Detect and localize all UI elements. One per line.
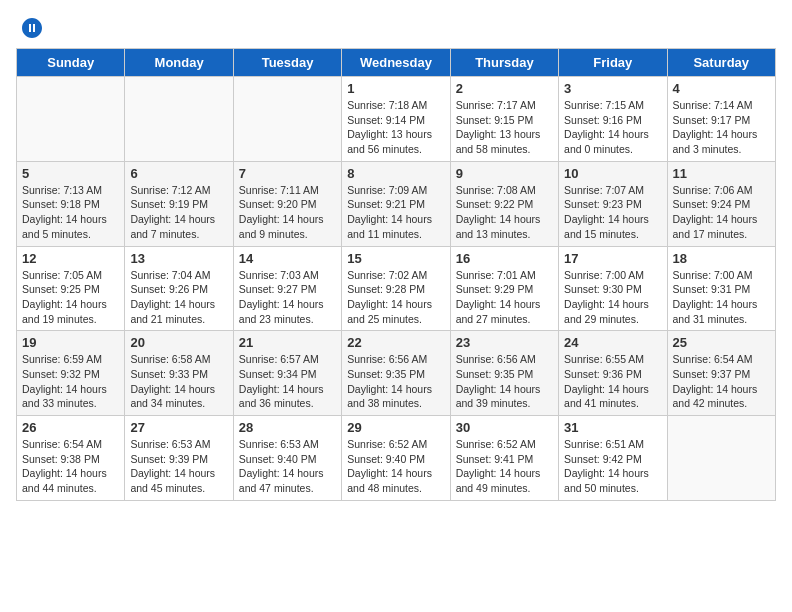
day-info: Sunrise: 7:08 AMSunset: 9:22 PMDaylight:… <box>456 183 553 242</box>
calendar-cell: 21Sunrise: 6:57 AMSunset: 9:34 PMDayligh… <box>233 331 341 416</box>
calendar-cell: 20Sunrise: 6:58 AMSunset: 9:33 PMDayligh… <box>125 331 233 416</box>
day-number: 8 <box>347 166 444 181</box>
day-number: 2 <box>456 81 553 96</box>
calendar-week-row: 5Sunrise: 7:13 AMSunset: 9:18 PMDaylight… <box>17 161 776 246</box>
logo-icon <box>20 16 44 40</box>
day-info: Sunrise: 7:15 AMSunset: 9:16 PMDaylight:… <box>564 98 661 157</box>
day-info: Sunrise: 6:52 AMSunset: 9:41 PMDaylight:… <box>456 437 553 496</box>
calendar-cell: 10Sunrise: 7:07 AMSunset: 9:23 PMDayligh… <box>559 161 667 246</box>
day-info: Sunrise: 6:56 AMSunset: 9:35 PMDaylight:… <box>347 352 444 411</box>
day-info: Sunrise: 7:18 AMSunset: 9:14 PMDaylight:… <box>347 98 444 157</box>
day-info: Sunrise: 6:58 AMSunset: 9:33 PMDaylight:… <box>130 352 227 411</box>
day-header: Saturday <box>667 49 775 77</box>
calendar-cell: 18Sunrise: 7:00 AMSunset: 9:31 PMDayligh… <box>667 246 775 331</box>
day-info: Sunrise: 6:59 AMSunset: 9:32 PMDaylight:… <box>22 352 119 411</box>
day-header: Thursday <box>450 49 558 77</box>
day-info: Sunrise: 7:14 AMSunset: 9:17 PMDaylight:… <box>673 98 770 157</box>
day-info: Sunrise: 6:56 AMSunset: 9:35 PMDaylight:… <box>456 352 553 411</box>
day-number: 20 <box>130 335 227 350</box>
calendar-week-row: 19Sunrise: 6:59 AMSunset: 9:32 PMDayligh… <box>17 331 776 416</box>
calendar-cell: 2Sunrise: 7:17 AMSunset: 9:15 PMDaylight… <box>450 77 558 162</box>
day-number: 21 <box>239 335 336 350</box>
calendar-cell: 25Sunrise: 6:54 AMSunset: 9:37 PMDayligh… <box>667 331 775 416</box>
day-info: Sunrise: 6:57 AMSunset: 9:34 PMDaylight:… <box>239 352 336 411</box>
day-number: 26 <box>22 420 119 435</box>
calendar-cell: 19Sunrise: 6:59 AMSunset: 9:32 PMDayligh… <box>17 331 125 416</box>
calendar-cell: 1Sunrise: 7:18 AMSunset: 9:14 PMDaylight… <box>342 77 450 162</box>
day-info: Sunrise: 7:04 AMSunset: 9:26 PMDaylight:… <box>130 268 227 327</box>
calendar-cell: 7Sunrise: 7:11 AMSunset: 9:20 PMDaylight… <box>233 161 341 246</box>
calendar-cell: 24Sunrise: 6:55 AMSunset: 9:36 PMDayligh… <box>559 331 667 416</box>
calendar-header-row: SundayMondayTuesdayWednesdayThursdayFrid… <box>17 49 776 77</box>
calendar-cell: 8Sunrise: 7:09 AMSunset: 9:21 PMDaylight… <box>342 161 450 246</box>
day-number: 17 <box>564 251 661 266</box>
day-number: 24 <box>564 335 661 350</box>
day-number: 22 <box>347 335 444 350</box>
calendar-cell: 17Sunrise: 7:00 AMSunset: 9:30 PMDayligh… <box>559 246 667 331</box>
day-header: Sunday <box>17 49 125 77</box>
day-info: Sunrise: 7:07 AMSunset: 9:23 PMDaylight:… <box>564 183 661 242</box>
header <box>16 16 776 40</box>
logo <box>16 16 44 40</box>
day-number: 11 <box>673 166 770 181</box>
calendar-week-row: 1Sunrise: 7:18 AMSunset: 9:14 PMDaylight… <box>17 77 776 162</box>
day-number: 6 <box>130 166 227 181</box>
day-number: 10 <box>564 166 661 181</box>
day-number: 28 <box>239 420 336 435</box>
day-header: Wednesday <box>342 49 450 77</box>
day-info: Sunrise: 7:03 AMSunset: 9:27 PMDaylight:… <box>239 268 336 327</box>
calendar-cell: 26Sunrise: 6:54 AMSunset: 9:38 PMDayligh… <box>17 416 125 501</box>
calendar-cell: 23Sunrise: 6:56 AMSunset: 9:35 PMDayligh… <box>450 331 558 416</box>
calendar-cell: 6Sunrise: 7:12 AMSunset: 9:19 PMDaylight… <box>125 161 233 246</box>
day-info: Sunrise: 6:54 AMSunset: 9:37 PMDaylight:… <box>673 352 770 411</box>
day-number: 31 <box>564 420 661 435</box>
day-info: Sunrise: 7:01 AMSunset: 9:29 PMDaylight:… <box>456 268 553 327</box>
day-number: 5 <box>22 166 119 181</box>
day-number: 3 <box>564 81 661 96</box>
day-info: Sunrise: 7:17 AMSunset: 9:15 PMDaylight:… <box>456 98 553 157</box>
calendar-cell: 4Sunrise: 7:14 AMSunset: 9:17 PMDaylight… <box>667 77 775 162</box>
day-info: Sunrise: 7:00 AMSunset: 9:31 PMDaylight:… <box>673 268 770 327</box>
calendar-cell: 12Sunrise: 7:05 AMSunset: 9:25 PMDayligh… <box>17 246 125 331</box>
day-header: Friday <box>559 49 667 77</box>
calendar: SundayMondayTuesdayWednesdayThursdayFrid… <box>16 48 776 501</box>
calendar-cell: 16Sunrise: 7:01 AMSunset: 9:29 PMDayligh… <box>450 246 558 331</box>
calendar-week-row: 26Sunrise: 6:54 AMSunset: 9:38 PMDayligh… <box>17 416 776 501</box>
day-number: 14 <box>239 251 336 266</box>
calendar-cell <box>667 416 775 501</box>
day-info: Sunrise: 6:53 AMSunset: 9:39 PMDaylight:… <box>130 437 227 496</box>
calendar-cell <box>17 77 125 162</box>
day-number: 18 <box>673 251 770 266</box>
calendar-cell: 30Sunrise: 6:52 AMSunset: 9:41 PMDayligh… <box>450 416 558 501</box>
calendar-cell <box>233 77 341 162</box>
calendar-cell: 31Sunrise: 6:51 AMSunset: 9:42 PMDayligh… <box>559 416 667 501</box>
day-number: 19 <box>22 335 119 350</box>
day-number: 25 <box>673 335 770 350</box>
day-header: Tuesday <box>233 49 341 77</box>
day-number: 16 <box>456 251 553 266</box>
calendar-cell: 15Sunrise: 7:02 AMSunset: 9:28 PMDayligh… <box>342 246 450 331</box>
day-number: 12 <box>22 251 119 266</box>
day-info: Sunrise: 7:05 AMSunset: 9:25 PMDaylight:… <box>22 268 119 327</box>
day-info: Sunrise: 6:51 AMSunset: 9:42 PMDaylight:… <box>564 437 661 496</box>
day-number: 27 <box>130 420 227 435</box>
day-number: 1 <box>347 81 444 96</box>
day-number: 9 <box>456 166 553 181</box>
day-info: Sunrise: 7:00 AMSunset: 9:30 PMDaylight:… <box>564 268 661 327</box>
calendar-cell: 11Sunrise: 7:06 AMSunset: 9:24 PMDayligh… <box>667 161 775 246</box>
day-info: Sunrise: 6:53 AMSunset: 9:40 PMDaylight:… <box>239 437 336 496</box>
calendar-cell: 22Sunrise: 6:56 AMSunset: 9:35 PMDayligh… <box>342 331 450 416</box>
calendar-cell: 14Sunrise: 7:03 AMSunset: 9:27 PMDayligh… <box>233 246 341 331</box>
day-info: Sunrise: 6:55 AMSunset: 9:36 PMDaylight:… <box>564 352 661 411</box>
day-info: Sunrise: 7:09 AMSunset: 9:21 PMDaylight:… <box>347 183 444 242</box>
day-number: 30 <box>456 420 553 435</box>
calendar-cell: 9Sunrise: 7:08 AMSunset: 9:22 PMDaylight… <box>450 161 558 246</box>
day-header: Monday <box>125 49 233 77</box>
day-number: 15 <box>347 251 444 266</box>
day-info: Sunrise: 7:12 AMSunset: 9:19 PMDaylight:… <box>130 183 227 242</box>
calendar-cell: 27Sunrise: 6:53 AMSunset: 9:39 PMDayligh… <box>125 416 233 501</box>
day-info: Sunrise: 7:06 AMSunset: 9:24 PMDaylight:… <box>673 183 770 242</box>
day-number: 4 <box>673 81 770 96</box>
calendar-cell: 28Sunrise: 6:53 AMSunset: 9:40 PMDayligh… <box>233 416 341 501</box>
day-info: Sunrise: 6:54 AMSunset: 9:38 PMDaylight:… <box>22 437 119 496</box>
